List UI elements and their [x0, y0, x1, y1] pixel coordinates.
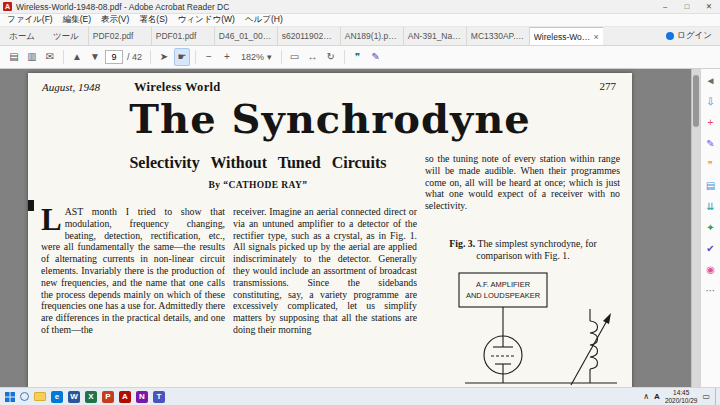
edit-pdf-icon[interactable]: ✎ [704, 137, 718, 150]
toolbar-separator [281, 50, 282, 64]
powerpoint-icon[interactable]: P [102, 391, 114, 403]
column-1-text: AST month I tried to show that modulatio… [41, 206, 225, 335]
word-icon[interactable]: W [68, 391, 80, 403]
zoom-level-dropdown[interactable]: 182% ▾ [237, 52, 276, 62]
teams-icon[interactable]: T [153, 391, 165, 403]
action-center-icon[interactable]: ▭ [702, 392, 710, 401]
mail-icon[interactable]: ✉ [42, 49, 58, 65]
drop-cap: L [41, 206, 65, 232]
pen-tool-icon[interactable]: ✎ [368, 49, 384, 65]
print-icon[interactable]: ▥ [24, 49, 40, 65]
chevron-down-icon: ▾ [267, 52, 272, 62]
doc-tab-pdf02[interactable]: PDF02.pdf [88, 27, 151, 45]
previous-page-icon[interactable]: ▲ [69, 49, 85, 65]
create-pdf-icon[interactable]: + [704, 116, 718, 129]
fit-width-icon[interactable]: ↔ [305, 49, 321, 65]
file-explorer-icon[interactable] [34, 392, 46, 401]
rotate-view-icon[interactable]: ↻ [323, 49, 339, 65]
menu-window[interactable]: ウィンドウ(W) [173, 14, 240, 26]
hand-tool-icon[interactable]: ☛ [174, 48, 190, 66]
tools-pane: ◄ ⇩ + ✎ ❞ ▤ ⇊ ✦ ✔ ◉ ⋯ [700, 69, 720, 387]
figure-caption-text: The simplest synchrodyne, for comparison… [476, 238, 596, 261]
login-label: ログイン [677, 30, 712, 42]
close-tab-icon[interactable]: × [594, 28, 599, 46]
doc-tab-wireless-world-active[interactable]: Wireless-World.. × [529, 27, 603, 45]
scan-artifact [28, 200, 34, 211]
text-column-1: LAST month I tried to show that modulati… [41, 206, 225, 387]
comment-tool-icon[interactable]: ❞ [350, 49, 366, 65]
system-tray: ∧ A 14:45 2020/10/29 ▭ [643, 388, 720, 405]
tray-expand-icon[interactable]: ∧ [643, 392, 649, 401]
doc-tab-d46[interactable]: D46_01_00(1)p... [214, 27, 277, 45]
text-column-2: receiver. Imagine an aerial connected di… [233, 206, 417, 387]
tabbar: ホーム ツール PDF02.pdf PDF01.pdf D46_01_00(1)… [0, 27, 720, 46]
acrobat-taskbar-icon[interactable]: A [119, 391, 131, 403]
clock-time: 14:45 [673, 389, 689, 397]
toolbar-separator [63, 50, 64, 64]
doc-tab-s620[interactable]: s62011902901... [277, 27, 340, 45]
toolbar-separator [344, 50, 345, 64]
magazine-name: Wireless World [134, 80, 221, 95]
windows-logo-icon [5, 392, 15, 402]
text-column-3: so the tuning note of every station with… [425, 153, 620, 212]
acrobat-app-icon: A [3, 2, 12, 11]
compress-pdf-icon[interactable]: ⇊ [704, 200, 718, 213]
tab-home[interactable]: ホーム [0, 27, 44, 45]
export-pdf-icon[interactable]: ⇩ [704, 95, 718, 108]
zoom-out-icon[interactable]: − [201, 49, 217, 65]
scrollbar-thumb[interactable] [693, 75, 699, 127]
pdf-page: August, 1948 Wireless World 277 The Sync… [28, 73, 632, 387]
clock-date: 2020/10/29 [665, 397, 698, 405]
save-icon[interactable]: ▤ [6, 49, 22, 65]
expand-pane-icon[interactable]: ◄ [704, 74, 718, 87]
menu-sign[interactable]: 署名(S) [134, 14, 172, 26]
next-page-icon[interactable]: ▼ [87, 49, 103, 65]
fill-sign-icon[interactable]: ✔ [704, 242, 718, 255]
ime-indicator[interactable]: A [654, 392, 660, 401]
close-button[interactable]: ✕ [698, 0, 720, 13]
show-desktop-button[interactable] [715, 388, 718, 405]
zoom-in-icon[interactable]: + [219, 49, 235, 65]
document-area: August, 1948 Wireless World 277 The Sync… [0, 69, 700, 387]
onenote-icon[interactable]: N [136, 391, 148, 403]
doc-tab-an391[interactable]: AN-391_Natio... [403, 27, 466, 45]
vertical-scrollbar[interactable] [691, 69, 700, 387]
toolbar: ▤ ▥ ✉ ▲ ▼ / 42 ➤ ☛ − + 182% ▾ ▭ ↔ ↻ ❞ ✎ [0, 46, 720, 69]
menubar: ファイル(F) 編集(E) 表示(V) 署名(S) ウィンドウ(W) ヘルプ(H… [0, 14, 720, 27]
taskbar: e W X P A N T ∧ A 14:45 2020/10/29 ▭ [0, 387, 720, 405]
doc-tab-an189[interactable]: AN189(1).pdf (... [340, 27, 403, 45]
more-tools-icon[interactable]: ⋯ [704, 284, 718, 297]
figure-box-label-line1: A.F. AMPLIFIER [476, 280, 531, 289]
edge-icon[interactable]: e [51, 391, 63, 403]
taskbar-clock[interactable]: 14:45 2020/10/29 [665, 389, 698, 404]
taskbar-search-icon[interactable] [20, 392, 29, 401]
excel-icon[interactable]: X [85, 391, 97, 403]
maximize-button[interactable]: □ [676, 0, 698, 13]
figure-label: Fig. 3. [449, 238, 475, 249]
comment-icon[interactable]: ❞ [704, 158, 718, 171]
login-button[interactable]: ログイン [658, 27, 720, 45]
article-byline: By “CATHODE RAY” [38, 180, 478, 190]
active-tab-label: Wireless-World.. [534, 28, 592, 46]
window-title: Wireless-World-1948-08.pdf - Adobe Acrob… [16, 2, 229, 12]
minimize-button[interactable]: – [654, 0, 676, 13]
page-number-input[interactable] [105, 50, 123, 64]
article-subtitle: Selectivity Without Tuned Circuits [38, 154, 478, 172]
menu-view[interactable]: 表示(V) [96, 14, 134, 26]
fit-page-icon[interactable]: ▭ [287, 49, 303, 65]
menu-help[interactable]: ヘルプ(H) [240, 14, 288, 26]
menu-edit[interactable]: 編集(E) [58, 14, 96, 26]
figure-caption: Fig. 3. The simplest synchrodyne, for co… [430, 238, 616, 261]
doc-tab-mc1330[interactable]: MC1330AP.pdf [466, 27, 529, 45]
select-tool-icon[interactable]: ➤ [156, 49, 172, 65]
combine-files-icon[interactable]: ▤ [704, 179, 718, 192]
tab-tools[interactable]: ツール [44, 27, 88, 45]
doc-tab-pdf01[interactable]: PDF01.pdf [151, 27, 214, 45]
protect-pdf-icon[interactable]: ✦ [704, 221, 718, 234]
menu-file[interactable]: ファイル(F) [2, 14, 58, 26]
page-count-label: / 42 [127, 52, 142, 62]
start-button[interactable] [5, 392, 15, 402]
stamp-icon[interactable]: ◉ [704, 263, 718, 276]
figure-box-label-line2: AND LOUDSPEAKER [466, 291, 541, 300]
article-title: The Synchrodyne [28, 95, 632, 142]
